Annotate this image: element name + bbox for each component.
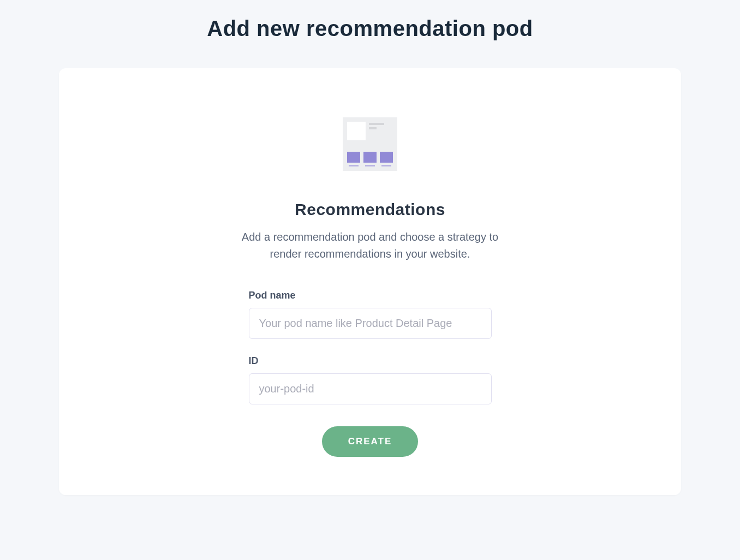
- card-content: Recommendations Add a recommendation pod…: [231, 117, 509, 457]
- form-card: Recommendations Add a recommendation pod…: [59, 68, 681, 495]
- card-heading: Recommendations: [231, 200, 509, 219]
- pod-id-label: ID: [249, 355, 492, 367]
- recommendation-pod-icon: [343, 117, 397, 171]
- pod-name-group: Pod name: [249, 290, 492, 339]
- page-title: Add new recommendation pod: [33, 16, 707, 41]
- pod-name-input[interactable]: [249, 308, 492, 339]
- create-button[interactable]: CREATE: [322, 426, 419, 457]
- pod-form: Pod name ID CREATE: [249, 290, 492, 457]
- pod-name-label: Pod name: [249, 290, 492, 301]
- card-description: Add a recommendation pod and choose a st…: [231, 229, 509, 263]
- pod-id-input[interactable]: [249, 373, 492, 404]
- pod-id-group: ID: [249, 355, 492, 404]
